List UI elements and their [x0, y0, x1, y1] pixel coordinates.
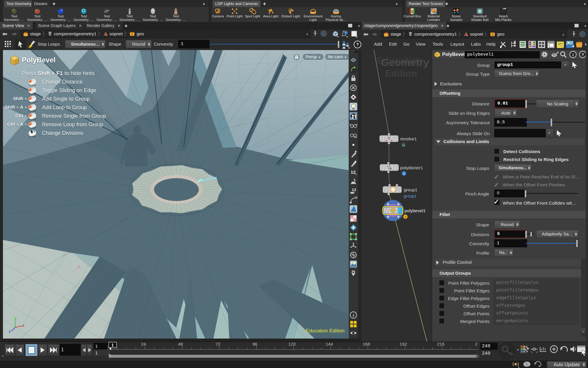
svg-text:12: 12 [352, 188, 356, 192]
svg-text:y: y [14, 316, 16, 321]
svg-text:Geometry: Geometry [381, 57, 429, 68]
svg-text:revolve1: revolve1 [400, 136, 417, 141]
svg-text:!: ! [405, 215, 406, 219]
svg-text:?: ? [582, 52, 584, 57]
svg-text:Edition: Edition [385, 68, 417, 79]
svg-text:2: 2 [475, 342, 477, 347]
svg-text:24: 24 [141, 342, 146, 347]
svg-text:48: 48 [178, 342, 183, 347]
svg-text:192: 192 [400, 342, 407, 347]
svg-text:12: 12 [351, 170, 356, 175]
svg-text:i: i [404, 172, 405, 175]
svg-text:polydoctor1: polydoctor1 [400, 165, 423, 170]
svg-text:72: 72 [216, 342, 220, 347]
svg-text:168: 168 [363, 342, 370, 347]
svg-text:polybevel1: polybevel1 [405, 208, 426, 213]
svg-text:i: i [572, 53, 574, 57]
svg-text:96: 96 [253, 342, 258, 347]
svg-text:i: i [353, 313, 354, 318]
svg-text:x: x [22, 324, 24, 328]
svg-text:216: 216 [437, 342, 444, 347]
svg-text:144: 144 [325, 342, 333, 347]
svg-text:z: z [9, 329, 11, 334]
svg-text:1: 1 [111, 342, 114, 347]
svg-text:group1: group1 [404, 187, 417, 192]
svg-text:group1: group1 [404, 194, 417, 198]
svg-text:120: 120 [288, 342, 295, 347]
